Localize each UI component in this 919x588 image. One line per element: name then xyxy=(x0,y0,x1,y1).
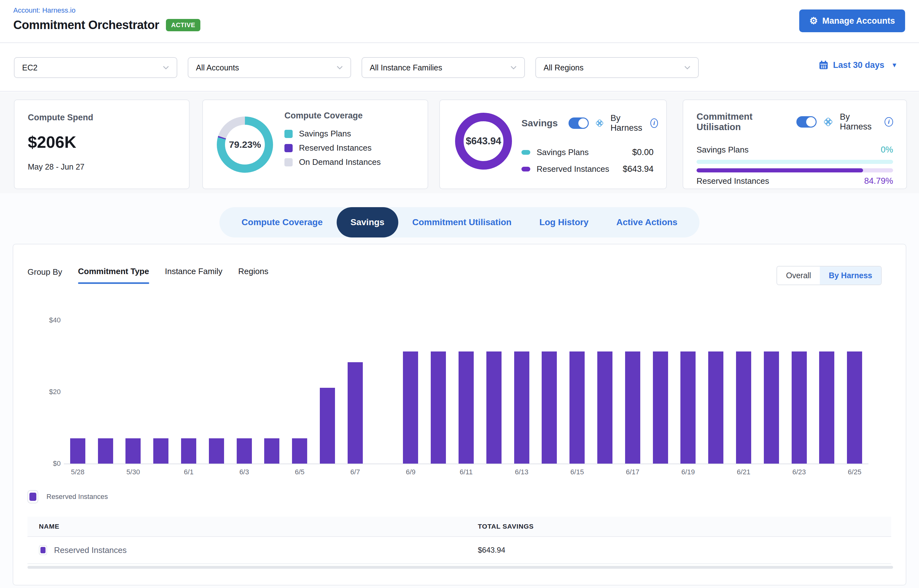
bar-6-25[interactable] xyxy=(847,352,862,464)
tab-compute-coverage[interactable]: Compute Coverage xyxy=(227,207,337,237)
coverage-legend-item-on-demand-instances: On Demand Instances xyxy=(284,157,418,167)
bar-5-31[interactable] xyxy=(153,438,169,464)
y-tick-20: $20 xyxy=(26,388,61,396)
account-breadcrumb-link[interactable]: Account: Harness.io xyxy=(13,6,76,15)
utilisation-reserved-instances-label: Reserved Instances xyxy=(697,176,769,186)
bar-6-10[interactable] xyxy=(431,352,446,464)
chart-legend[interactable]: Reserved Instances xyxy=(28,490,108,503)
savings-card: $643.94 Savings By Harness i Savings Pla… xyxy=(439,100,667,189)
bar-6-14[interactable] xyxy=(542,352,557,464)
x-tick-6-16 xyxy=(591,468,619,476)
x-tick-6-17: 6/17 xyxy=(619,468,647,476)
legend-checkbox[interactable] xyxy=(28,490,38,503)
bar-6-20[interactable] xyxy=(708,352,723,464)
date-range-value: Last 30 days xyxy=(833,60,884,70)
calendar-icon xyxy=(819,60,828,70)
page-title: Commitment Orchestrator xyxy=(13,18,159,32)
tab-log-history[interactable]: Log History xyxy=(525,207,603,237)
bar-6-23[interactable] xyxy=(792,352,807,464)
bar-6-1[interactable] xyxy=(181,438,196,464)
regions-select[interactable]: All Regions xyxy=(535,57,699,78)
main-tabs: Compute CoverageSavingsCommitment Utilis… xyxy=(219,207,699,237)
group-by-regions[interactable]: Regions xyxy=(238,267,268,284)
utilisation-savings-plans-label: Savings Plans xyxy=(697,145,749,155)
compute-spend-title: Compute Spend xyxy=(28,113,176,123)
chevron-down-icon xyxy=(163,66,169,69)
chevron-down-icon xyxy=(684,66,690,69)
bar-6-9[interactable] xyxy=(403,352,418,464)
chevron-down-icon xyxy=(337,66,343,69)
bar-6-2[interactable] xyxy=(209,438,224,464)
bar-6-5[interactable] xyxy=(292,438,307,464)
info-icon[interactable]: i xyxy=(650,118,658,128)
info-icon[interactable]: i xyxy=(885,117,893,127)
column-header-total-savings: TOTAL SAVINGS xyxy=(478,523,534,530)
horizontal-scrollbar[interactable] xyxy=(28,566,893,569)
view-toggle-overall[interactable]: Overall xyxy=(777,267,820,284)
gear-icon: ⚙ xyxy=(809,16,818,26)
legend-swatch xyxy=(522,150,530,155)
bar-6-11[interactable] xyxy=(459,352,474,464)
x-tick-5-31 xyxy=(147,468,175,476)
savings-donut: $643.94 xyxy=(455,113,512,170)
bar-6-21[interactable] xyxy=(736,352,751,464)
utilisation-savings-plans-percent: 0% xyxy=(881,145,893,155)
manage-accounts-label: Manage Accounts xyxy=(822,16,895,26)
x-tick-5-29 xyxy=(92,468,120,476)
tab-commitment-utilisation[interactable]: Commitment Utilisation xyxy=(398,207,525,237)
instance-families-select[interactable]: All Instance Families xyxy=(361,57,525,78)
savings-title: Savings xyxy=(522,118,558,129)
bar-6-13[interactable] xyxy=(514,352,529,464)
bar-6-15[interactable] xyxy=(569,352,585,464)
bar-6-18[interactable] xyxy=(653,352,668,464)
x-tick-6-1: 6/1 xyxy=(175,468,203,476)
accounts-select[interactable]: All Accounts xyxy=(188,57,351,78)
legend-swatch xyxy=(284,144,293,152)
accounts-select-value: All Accounts xyxy=(196,63,239,72)
chevron-down-icon xyxy=(511,66,517,69)
utilisation-by-harness-toggle[interactable] xyxy=(796,116,817,128)
x-tick-6-7: 6/7 xyxy=(341,468,369,476)
service-select[interactable]: EC2 xyxy=(14,57,177,78)
x-tick-6-15: 6/15 xyxy=(563,468,591,476)
bar-6-4[interactable] xyxy=(264,438,279,464)
bar-6-16[interactable] xyxy=(597,352,613,464)
bar-6-24[interactable] xyxy=(819,352,834,464)
savings-by-harness-label: By Harness xyxy=(611,113,645,133)
tab-active-actions[interactable]: Active Actions xyxy=(602,207,691,237)
group-by-instance-family[interactable]: Instance Family xyxy=(165,267,222,284)
manage-accounts-button[interactable]: ⚙ Manage Accounts xyxy=(799,10,905,32)
bar-6-3[interactable] xyxy=(237,438,252,464)
compute-coverage-donut: 79.23% xyxy=(217,116,273,173)
coverage-legend-item-reserved-instances: Reserved Instances xyxy=(284,143,418,153)
row-legend-chip xyxy=(39,545,47,555)
bar-6-6[interactable] xyxy=(320,388,335,464)
table-row-reserved-instances[interactable]: Reserved Instances $643.94 xyxy=(28,537,891,564)
filter-bar: EC2 All Accounts All Instance Families A… xyxy=(0,44,919,92)
status-badge: ACTIVE xyxy=(166,19,200,31)
caret-down-icon: ▼ xyxy=(891,61,898,69)
compute-spend-period: May 28 - Jun 27 xyxy=(28,162,176,171)
bar-6-17[interactable] xyxy=(625,352,640,464)
bar-6-7[interactable] xyxy=(348,362,363,464)
bar-6-22[interactable] xyxy=(764,352,779,464)
x-tick-6-12 xyxy=(480,468,508,476)
view-toggle-by-harness[interactable]: By Harness xyxy=(820,267,881,284)
x-tick-5-30: 5/30 xyxy=(120,468,147,476)
x-tick-5-28: 5/28 xyxy=(64,468,92,476)
bar-5-30[interactable] xyxy=(125,438,141,464)
group-by-commitment-type[interactable]: Commitment Type xyxy=(78,267,149,284)
bar-5-28[interactable] xyxy=(70,438,85,464)
savings-bar-chart xyxy=(64,320,869,464)
bar-5-29[interactable] xyxy=(98,438,113,464)
service-select-value: EC2 xyxy=(22,63,37,72)
group-by-label: Group By xyxy=(28,267,62,277)
date-range-picker[interactable]: Last 30 days ▼ xyxy=(819,60,898,70)
legend-swatch xyxy=(522,167,530,171)
savings-by-harness-toggle[interactable] xyxy=(569,118,589,129)
tab-savings[interactable]: Savings xyxy=(337,207,398,237)
bar-6-19[interactable] xyxy=(681,352,695,464)
x-tick-6-21: 6/21 xyxy=(730,468,757,476)
compute-coverage-percent: 79.23% xyxy=(229,139,261,150)
bar-6-12[interactable] xyxy=(486,352,501,464)
